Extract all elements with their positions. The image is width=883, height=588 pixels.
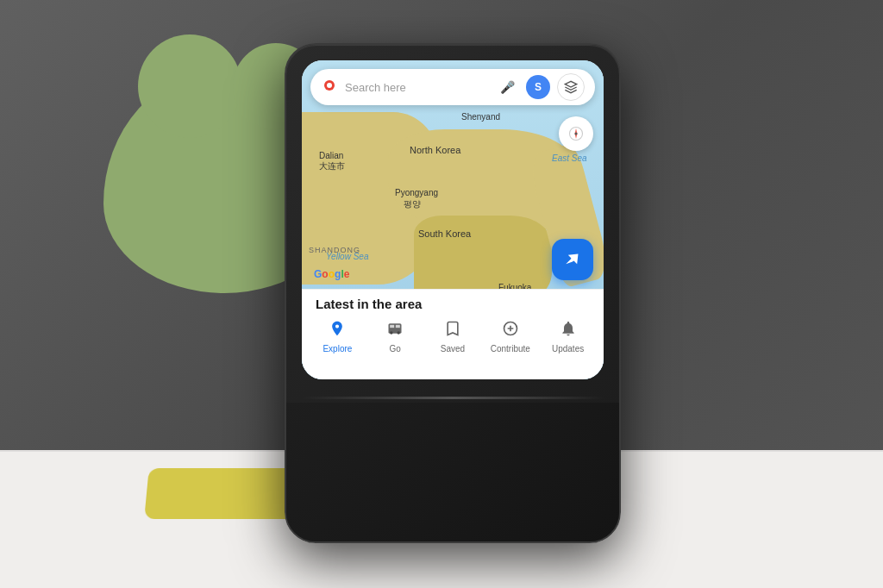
tab-updates[interactable]: Updates [547, 320, 590, 353]
explore-icon [329, 320, 346, 341]
svg-point-1 [327, 83, 332, 88]
phone-bottom-half: ‹ [286, 403, 619, 541]
google-watermark: Google [314, 268, 349, 280]
bookmark-icon [444, 320, 461, 337]
contribute-icon [502, 320, 519, 341]
contribute-label: Contribute [491, 344, 530, 353]
updates-icon [560, 320, 577, 341]
layers-button[interactable] [557, 73, 585, 101]
svg-point-8 [398, 331, 400, 334]
tab-contribute[interactable]: Contribute [489, 320, 532, 353]
user-avatar[interactable]: S [526, 75, 550, 99]
explore-label: Explore [323, 344, 352, 353]
tab-saved[interactable]: Saved [431, 320, 474, 353]
directions-icon [563, 250, 582, 269]
svg-rect-5 [390, 325, 394, 328]
maps-app: Shenyand North Korea South Korea Dalian … [302, 60, 604, 379]
saved-icon [444, 320, 461, 341]
maps-logo-icon [321, 78, 338, 96]
bell-icon [560, 320, 577, 337]
navigation-tabs: Explore [302, 320, 604, 353]
phone-screen: Shenyand North Korea South Korea Dalian … [302, 60, 604, 379]
bottom-panel: Latest in the area Explore [302, 289, 604, 379]
go-icon [386, 320, 404, 341]
updates-label: Updates [552, 344, 584, 353]
search-bar[interactable]: Search here 🎤 S [310, 69, 595, 105]
compass-button[interactable] [559, 116, 593, 151]
latest-in-area-label: Latest in the area [302, 297, 604, 311]
go-label: Go [390, 344, 401, 353]
svg-point-7 [390, 331, 392, 334]
tab-go[interactable]: Go [373, 320, 416, 353]
compass-icon [568, 126, 584, 141]
saved-label: Saved [441, 344, 465, 353]
microphone-button[interactable]: 🎤 [495, 75, 519, 99]
bus-icon [386, 320, 404, 337]
layers-icon [564, 80, 578, 94]
svg-rect-6 [396, 325, 400, 328]
phone-device: Shenyand North Korea South Korea Dalian … [285, 43, 621, 543]
plus-circle-icon [502, 320, 519, 337]
scene: Shenyand North Korea South Korea Dalian … [0, 0, 883, 588]
search-placeholder: Search here [345, 81, 488, 94]
fold-line [302, 397, 604, 399]
pin-icon [329, 320, 346, 337]
tab-explore[interactable]: Explore [316, 320, 359, 353]
svg-point-3 [575, 133, 578, 135]
navigation-button[interactable] [552, 239, 593, 280]
